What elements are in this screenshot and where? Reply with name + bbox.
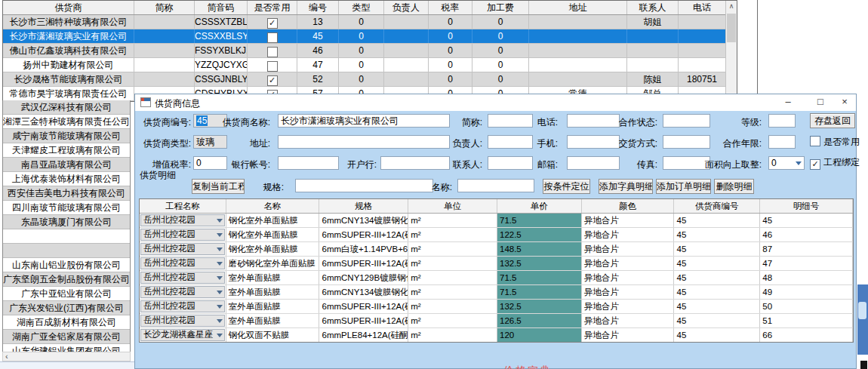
maximize-button[interactable]: □ [809, 94, 832, 111]
cell-common[interactable]: ✓ [248, 72, 297, 86]
detail-row[interactable]: 岳州北控花园 室外单面贴膜 6mmCNY134镀膜钢化 m² 71.5 异地合片… [140, 285, 853, 300]
table-row[interactable]: 长沙晟格节能玻璃有限公司 CSSGJNBLYXGS ✓ 52 0 0 0 陈姐 … [3, 72, 737, 87]
cell-name[interactable]: 钢化室外单面贴膜 [226, 242, 320, 256]
cell-unit[interactable]: m² [408, 271, 497, 284]
locate-by-condition-button[interactable]: 按条件定位 [543, 179, 590, 194]
cell-unit[interactable]: m² [408, 257, 497, 270]
project-combobox[interactable]: 岳州北控花园 [140, 214, 226, 227]
detail-row[interactable]: 岳州北控花园 钢化室外单面贴膜 6mm白玻+1.14PVB+6mm... m² … [140, 242, 853, 257]
list-item[interactable]: 广东中亚铝业有限公司 [3, 287, 130, 301]
cell-unit[interactable]: m² [408, 328, 497, 342]
chevron-down-icon[interactable] [217, 233, 223, 237]
project-combobox[interactable]: 岳州北控花园 [140, 300, 226, 313]
chevron-down-icon[interactable] [796, 161, 802, 165]
cell-detail-id[interactable]: 51 [760, 314, 853, 327]
cell-supplier-id[interactable]: 45 [674, 257, 760, 270]
cell-color[interactable]: 异地合片 [582, 271, 675, 284]
cell-supplier-id[interactable]: 45 [674, 228, 760, 241]
cell-unit[interactable]: m² [408, 300, 497, 313]
cell-supplier[interactable]: 长沙市三湘特种玻璃有限公司 [3, 15, 134, 29]
cell-detail-id[interactable]: 49 [760, 285, 853, 299]
list-item[interactable]: 湖南广亚全铝家居有限公司 [3, 330, 130, 344]
cell-id[interactable]: 45 [297, 29, 339, 43]
coop-years-field[interactable] [768, 135, 796, 149]
cell-name[interactable]: 钢化双面不贴膜 [226, 328, 320, 342]
close-button[interactable]: × [833, 94, 856, 111]
cell-contact[interactable]: 胡姐 [627, 15, 679, 29]
project-combobox[interactable]: 岳州北控花园 [140, 242, 226, 256]
table-row[interactable]: 扬州中勤建材有限公司 YZZQJCYXGS 47 0 0 0 [3, 58, 737, 72]
list-item-empty[interactable] [3, 244, 130, 258]
cell-unit[interactable]: m² [408, 214, 497, 227]
detail-row[interactable]: 岳州北控花园 钢化室外单面贴膜 6mmSUPER-III+12A(硅... m²… [140, 228, 853, 242]
cell-phone[interactable] [679, 29, 726, 43]
cell-detail-id[interactable]: 45 [760, 214, 853, 227]
cell-color[interactable]: 异地合片 [582, 228, 675, 241]
cell-name[interactable]: 室外单面贴膜 [226, 271, 320, 284]
cell-price[interactable]: 132.5 [497, 300, 582, 313]
cell-price[interactable]: 71.5 [497, 271, 582, 284]
cell-phone[interactable]: 180751 [679, 72, 726, 86]
col-header-unit[interactable]: 单位 [408, 199, 497, 213]
cell-abbr[interactable] [134, 29, 195, 43]
cell-supplier-id[interactable]: 45 [674, 328, 760, 342]
cell-name[interactable]: 钢化室外单面贴膜 [226, 214, 320, 227]
list-item[interactable]: 天津耀皮工程玻璃有限公司 [3, 143, 130, 158]
cell-spec[interactable]: 6mmSUPER-III+12A(硅... [319, 300, 408, 313]
cell-phone[interactable] [679, 15, 726, 29]
list-item[interactable]: 上海优泰装饰材料有限公司 [3, 172, 130, 186]
cell-spec[interactable]: 6mmPLE84+12A(硅酮胶... [319, 328, 408, 342]
cell-abbr[interactable] [134, 44, 195, 57]
cell-fee[interactable]: 0 [472, 44, 529, 57]
table-row-selected[interactable]: 长沙市潇湘玻璃实业有限公司 CSSXXBLSY... 45 0 0 0 [3, 29, 737, 44]
project-combobox[interactable]: 岳州北控花园 [140, 257, 226, 270]
detail-row[interactable]: 岳州北控花园 室外单面贴膜 6mmSUPER-III+12A(硅... m² 1… [140, 314, 853, 328]
save-return-button[interactable]: 存盘返回 [810, 113, 855, 128]
col-header-contact[interactable]: 联系人 [627, 1, 679, 14]
add-order-detail-button[interactable]: 添加订单明细 [656, 179, 711, 194]
cell-price[interactable]: 148.5 [497, 242, 582, 256]
cell-price[interactable]: 126.5 [497, 314, 582, 327]
cell-spec[interactable]: 6mmCNY129B镀膜钢化 [319, 271, 408, 284]
list-item[interactable]: 咸宁南玻节能玻璃有限公司 [3, 129, 130, 143]
project-combobox[interactable]: 岳州北控花园 [140, 271, 226, 284]
cell-spec[interactable]: 6mmCNY134镀膜钢化 [319, 285, 408, 299]
list-item[interactable]: 湘潭三金特种玻璃有限责任公司 [3, 115, 130, 129]
cell-price[interactable]: 122.5 [497, 228, 582, 241]
checkbox[interactable] [267, 47, 278, 57]
cell-supplier[interactable]: 佛山市亿鑫玻璃科技有限公司 [3, 44, 134, 57]
detail-row[interactable]: 岳州北控花园 室外单面贴膜 6mmCNY129B镀膜钢化 m² 71.5 异地合… [140, 271, 853, 285]
detail-row[interactable]: 岳州北控花园 室外单面贴膜 6mmSUPER-III+12A(硅... m² 1… [140, 300, 853, 314]
col-header-color[interactable]: 颜色 [582, 199, 675, 213]
cell-supplier[interactable]: 长沙晟格节能玻璃有限公司 [3, 72, 134, 86]
chevron-down-icon[interactable] [217, 319, 223, 323]
list-item[interactable]: 西安佳吉美电力科技有限公司 [3, 186, 130, 201]
list-item[interactable]: 南昌亚晶玻璃有限公司 [3, 158, 130, 172]
cell-type[interactable]: 0 [339, 15, 384, 29]
area-round-combobox[interactable]: 0 [768, 156, 805, 170]
cell-price[interactable]: 120 [497, 328, 582, 342]
cell-contact[interactable] [627, 44, 679, 57]
cell-fee[interactable]: 0 [472, 58, 529, 72]
cell-tax[interactable]: 0 [429, 72, 472, 86]
cell-manager[interactable] [384, 44, 429, 57]
cell-price[interactable]: 71.5 [497, 214, 582, 227]
cell-common[interactable] [248, 58, 297, 72]
col-header-spec[interactable]: 规格 [319, 199, 408, 213]
chevron-down-icon[interactable] [217, 262, 223, 266]
cell-common[interactable] [248, 29, 297, 43]
cell-contact[interactable] [627, 58, 679, 72]
cell-supplier-id[interactable]: 45 [674, 214, 760, 227]
fragment-button[interactable] [858, 302, 866, 319]
cell-color[interactable]: 异地合片 [582, 300, 675, 313]
add-dictionary-detail-button[interactable]: 添加字典明细 [599, 179, 653, 194]
cell-detail-id[interactable]: 47 [760, 257, 853, 270]
copy-current-project-button[interactable]: 复制当前工程 [192, 179, 245, 194]
col-header-tax[interactable]: 税率 [429, 1, 472, 14]
cell-contact[interactable] [627, 29, 679, 43]
col-header-type[interactable]: 类型 [339, 1, 384, 14]
cell-name[interactable]: 室外单面贴膜 [226, 314, 320, 327]
cell-code[interactable]: CSSGJNBLYXGS [195, 72, 248, 86]
cell-id[interactable]: 46 [297, 44, 339, 57]
cell-spec[interactable]: 6mmCNY134镀膜钢化 [319, 214, 408, 227]
